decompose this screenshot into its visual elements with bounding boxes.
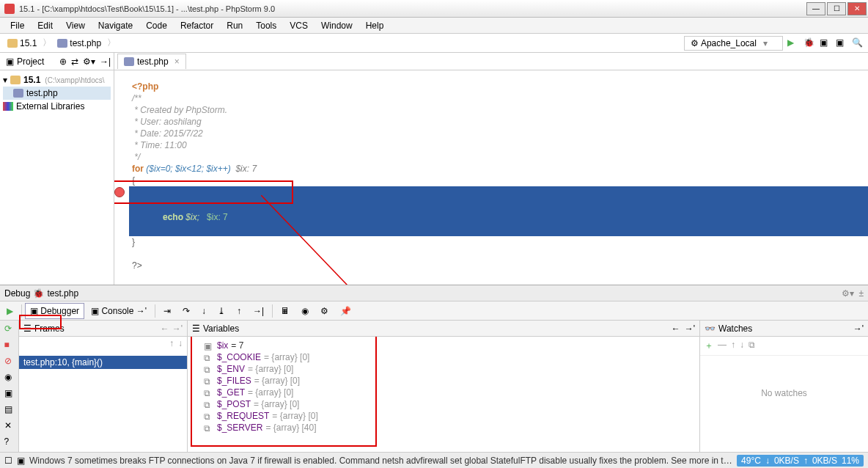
breakpoint-icon[interactable] <box>114 187 125 197</box>
project-tab-label: Project <box>17 56 44 67</box>
step-out-icon[interactable]: ↑ <box>232 303 246 319</box>
debug-side-toolbar: ⟳ ■ ⊘ ◉ ▣ ▤ ✕ ? <box>0 321 19 452</box>
variable-row[interactable]: ⧉$_SERVER = {array} [40] <box>204 422 695 434</box>
minimize-button[interactable]: — <box>806 2 825 15</box>
panel-tool-icon[interactable]: →' <box>853 323 864 334</box>
editor-tab[interactable]: test.php × <box>117 54 186 69</box>
sidebar-collapse-icon[interactable]: →| <box>100 56 111 67</box>
add-watch-icon[interactable]: ＋ <box>705 340 713 352</box>
variable-row[interactable]: ⧉$_POST = {array} [0] <box>204 398 695 410</box>
code-text: */ <box>132 151 868 163</box>
editor-tab-label: test.php <box>137 56 169 67</box>
menu-file[interactable]: File <box>4 19 30 32</box>
toolbar-icon[interactable]: ▣ <box>820 37 831 49</box>
search-icon[interactable]: 🔍 <box>852 37 864 49</box>
variable-value: = {array} [0] <box>254 399 299 409</box>
watch-icon[interactable]: ◉ <box>296 303 314 319</box>
variable-name: $_FILES <box>217 376 251 386</box>
tree-file[interactable]: test.php <box>3 87 111 100</box>
menu-vcs[interactable]: VCS <box>284 19 314 32</box>
library-icon <box>3 102 13 111</box>
settings-icon[interactable]: ⚙ <box>315 303 334 319</box>
toolbar-icon[interactable]: ▣ <box>836 37 847 49</box>
view-breakpoints-icon[interactable]: ◉ <box>4 372 15 382</box>
app-icon <box>4 4 15 14</box>
run-config-select[interactable]: ⚙ Apache_Local ▾ <box>684 36 783 51</box>
breadcrumb-folder[interactable]: 15.1 <box>4 37 40 50</box>
variable-value: = {array} [0] <box>264 352 309 362</box>
sidebar-settings-icon[interactable]: ⚙▾ <box>83 56 95 67</box>
editor[interactable]: <?php /** * Created by PhpStorm. * User:… <box>114 70 868 285</box>
frame-up-icon[interactable]: ↑ <box>169 338 174 351</box>
tab-close-icon[interactable]: × <box>174 56 180 67</box>
code-text: echo <box>163 212 183 222</box>
menu-window[interactable]: Window <box>315 19 358 32</box>
close-icon[interactable]: ✕ <box>4 420 15 431</box>
variable-icon: ⧉ <box>204 388 214 397</box>
breadcrumb-file[interactable]: test.php <box>54 37 104 50</box>
evaluate-icon[interactable]: 🖩 <box>276 303 295 319</box>
remove-watch-icon[interactable]: — <box>718 340 727 352</box>
maximize-button[interactable]: ☐ <box>827 2 846 15</box>
resume-button[interactable]: ▶ <box>1 303 18 319</box>
frames-title: Frames <box>34 323 65 334</box>
variable-row[interactable]: ⧉$_ENV = {array} [0] <box>204 363 695 375</box>
tree-external-libs[interactable]: External Libraries <box>3 100 111 113</box>
next-frame-icon[interactable]: →' <box>172 323 183 334</box>
tree-file-label: test.php <box>26 88 58 98</box>
breadcrumb-folder-label: 15.1 <box>20 38 37 48</box>
tree-root-path: (C:\xampp\htdocs\ <box>45 76 104 84</box>
menu-navigate[interactable]: Navigate <box>92 19 139 32</box>
copy-icon[interactable]: ⧉ <box>749 340 755 352</box>
menu-help[interactable]: Help <box>360 19 390 32</box>
force-step-into-icon[interactable]: ⤓ <box>213 303 230 319</box>
tree-root[interactable]: ▾ 15.1 (C:\xampp\htdocs\ <box>3 73 111 87</box>
tab-debugger[interactable]: ▣ Debugger <box>25 303 84 319</box>
settings-icon[interactable]: ⚙▾ <box>842 288 854 299</box>
panel-tool-icon[interactable]: →' <box>685 323 695 334</box>
frame-down-icon[interactable]: ↓ <box>178 338 183 351</box>
variable-value: = {array} [0] <box>248 364 293 374</box>
mute-icon[interactable]: ⊘ <box>4 356 15 366</box>
run-to-cursor-icon[interactable]: →| <box>248 303 269 319</box>
run-button[interactable]: ▶ <box>787 37 799 49</box>
collapse-icon[interactable]: ± <box>858 288 864 299</box>
status-icon[interactable]: ☐ <box>4 456 12 466</box>
close-button[interactable]: ✕ <box>847 2 867 15</box>
expand-icon: ▾ <box>3 75 7 85</box>
project-tab[interactable]: ▣ Project <box>3 55 47 68</box>
variable-row[interactable]: ⧉$_FILES = {array} [0] <box>204 375 695 387</box>
menu-edit[interactable]: Edit <box>32 19 59 32</box>
menu-code[interactable]: Code <box>140 19 173 32</box>
menu-run[interactable]: Run <box>221 19 249 32</box>
rerun-icon[interactable]: ⟳ <box>4 323 15 334</box>
menu-view[interactable]: View <box>60 19 91 32</box>
prev-frame-icon[interactable]: ← <box>161 323 169 334</box>
frame-row[interactable]: test.php:10, {main}() <box>19 356 187 369</box>
watch-down-icon[interactable]: ↓ <box>740 340 744 352</box>
variable-row[interactable]: ⧉$_REQUEST = {array} [0] <box>204 410 695 422</box>
status-icon[interactable]: ▣ <box>17 456 25 466</box>
stop-icon[interactable]: ■ <box>4 340 15 350</box>
menu-refactor[interactable]: Refactor <box>174 19 219 32</box>
variable-value: = {array} [40] <box>265 423 316 433</box>
step-into-icon[interactable]: ↓ <box>196 303 211 319</box>
step-over-icon[interactable]: ↷ <box>177 303 195 319</box>
variable-row[interactable]: ⧉$_COOKIE = {array} [0] <box>204 351 695 363</box>
variable-row[interactable]: ▣$ix = 7 <box>204 340 695 351</box>
panel-tool-icon[interactable]: ← <box>672 323 680 334</box>
sidebar-tool-icon[interactable]: ⊕ <box>59 56 67 67</box>
pin-icon[interactable]: 📌 <box>335 303 356 319</box>
debug-icon: 🐞 <box>33 288 44 299</box>
show-execution-point-icon[interactable]: ⇥ <box>158 303 176 319</box>
layout-icon[interactable]: ▤ <box>4 404 15 414</box>
watch-up-icon[interactable]: ↑ <box>731 340 735 352</box>
layout-icon[interactable]: ▣ <box>4 388 15 398</box>
debug-button[interactable]: 🐞 <box>803 37 815 49</box>
variable-row[interactable]: ⧉$_GET = {array} [0] <box>204 387 695 398</box>
php-file-icon <box>13 89 23 98</box>
help-icon[interactable]: ? <box>4 436 15 447</box>
tab-console[interactable]: ▣ Console →' <box>86 303 152 319</box>
sidebar-tool-icon[interactable]: ⇄ <box>71 56 78 67</box>
menu-tools[interactable]: Tools <box>250 19 282 32</box>
